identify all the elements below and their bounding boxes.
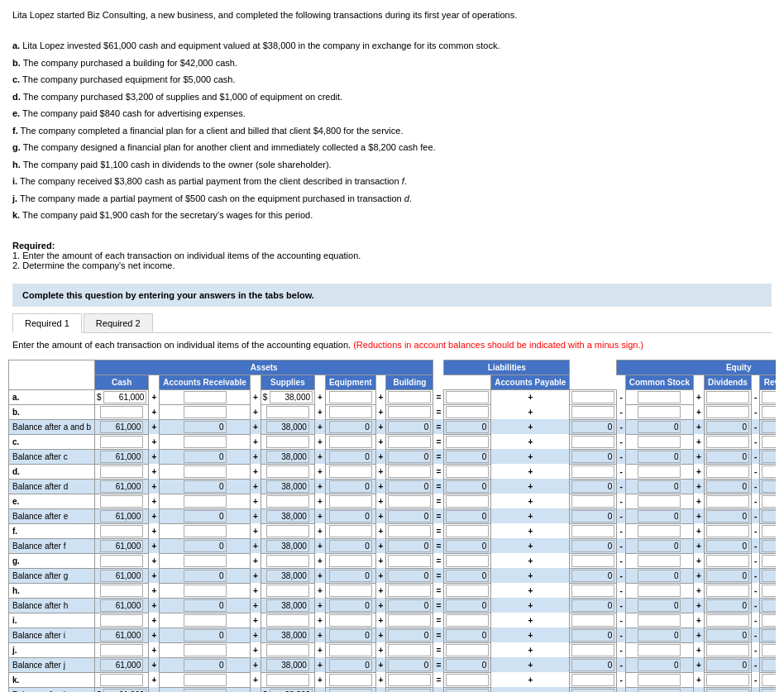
transaction-j: j. The company made a partial payment of…	[12, 192, 772, 206]
row-bal_h: Balance after h++++=+-+-	[9, 598, 777, 613]
row-e: e.++++=+-+-	[9, 494, 777, 508]
transaction-f: f. The company completed a financial pla…	[12, 124, 772, 138]
transaction-d: d. The company purchased $3,200 of suppl…	[12, 90, 772, 104]
row-bal_ab: Balance after a and b++++=+-+-	[9, 419, 777, 434]
transaction-b: b. The company purchased a building for …	[12, 56, 772, 70]
ar-header: Accounts Receivable	[160, 375, 251, 389]
transaction-e: e. The company paid $840 cash for advert…	[12, 107, 772, 121]
revenues-header: Revenues	[760, 375, 776, 389]
intro-text: Lita Lopez started Biz Consulting, a new…	[12, 8, 772, 22]
transaction-i: i. The company received $3,800 cash as p…	[12, 174, 772, 189]
problem-description: Lita Lopez started Biz Consulting, a new…	[0, 0, 784, 234]
row-bal_c: Balance after c++++=+-+-	[9, 449, 777, 464]
transaction-g: g. The company designed a financial plan…	[12, 141, 772, 155]
row-bal_k: Balance after k$ ++$ ++=+-+-	[9, 687, 777, 692]
row-f: f.++++=+-+-	[9, 523, 777, 538]
tab-required-2[interactable]: Required 2	[84, 313, 153, 332]
tabs: Required 1 Required 2	[12, 313, 772, 333]
equipment-header: Equipment	[325, 375, 375, 389]
liabilities-header: Liabilities	[444, 360, 570, 375]
req2-text: 2. Determine the company's net income.	[12, 260, 772, 270]
cash-header: Cash	[95, 375, 149, 389]
dividends-header: Dividends	[704, 375, 751, 389]
row-h: h.++++=+-+-	[9, 583, 777, 598]
row-i: i.++++=+-+-	[9, 613, 777, 628]
supplies-header: Supplies	[261, 375, 314, 389]
assets-header: Assets	[95, 360, 433, 375]
tabs-container: Required 1 Required 2	[12, 313, 772, 333]
row-bal_j: Balance after j++++=+-+-	[9, 657, 777, 672]
accounting-equation-table: Assets Liabilities Equity Cash Accounts …	[8, 360, 776, 693]
transaction-k: k. The company paid $1,900 cash for the …	[12, 208, 772, 222]
transaction-h: h. The company paid $1,100 cash in divid…	[12, 158, 772, 172]
row-k: k.++++=+-+-	[9, 672, 777, 687]
row-bal_f: Balance after f++++=+-+-	[9, 538, 777, 553]
row-bal_i: Balance after i++++=+-+-	[9, 628, 777, 642]
row-j: j.++++=+-+-	[9, 642, 777, 657]
accounting-table-container: Assets Liabilities Equity Cash Accounts …	[8, 360, 776, 693]
instruction-text: Enter the amount of each transaction on …	[0, 333, 784, 356]
equity-header: Equity	[617, 360, 776, 375]
ap-header: Accounts Payable	[491, 375, 570, 389]
row-g: g.++++=+-+-	[9, 553, 777, 568]
row-a: a.$ ++$ ++=+-+-	[9, 389, 777, 404]
req1-text: 1. Enter the amount of each transaction …	[12, 251, 772, 260]
row-bal_d: Balance after d++++=+-+-	[9, 479, 777, 494]
row-d: d.++++=+-+-	[9, 464, 777, 479]
required-section: Required: 1. Enter the amount of each tr…	[0, 234, 784, 277]
required-label: Required:	[12, 241, 55, 251]
transaction-c: c. The company purchased equipment for $…	[12, 73, 772, 87]
building-header: Building	[386, 375, 433, 389]
transaction-a: a. Lita Lopez invested $61,000 cash and …	[12, 39, 772, 53]
complete-message: Complete this question by entering your …	[12, 284, 772, 307]
reduction-note: (Reductions in account balances should b…	[353, 340, 643, 350]
row-bal_g: Balance after g++++=+-+-	[9, 568, 777, 583]
row-bal_e: Balance after e++++=+-+-	[9, 508, 777, 523]
cs-header: Common Stock	[625, 375, 693, 389]
row-c: c.++++=+-+-	[9, 434, 777, 449]
tab-required-1[interactable]: Required 1	[12, 313, 82, 333]
row-b: b.++++=+-+-	[9, 404, 777, 419]
